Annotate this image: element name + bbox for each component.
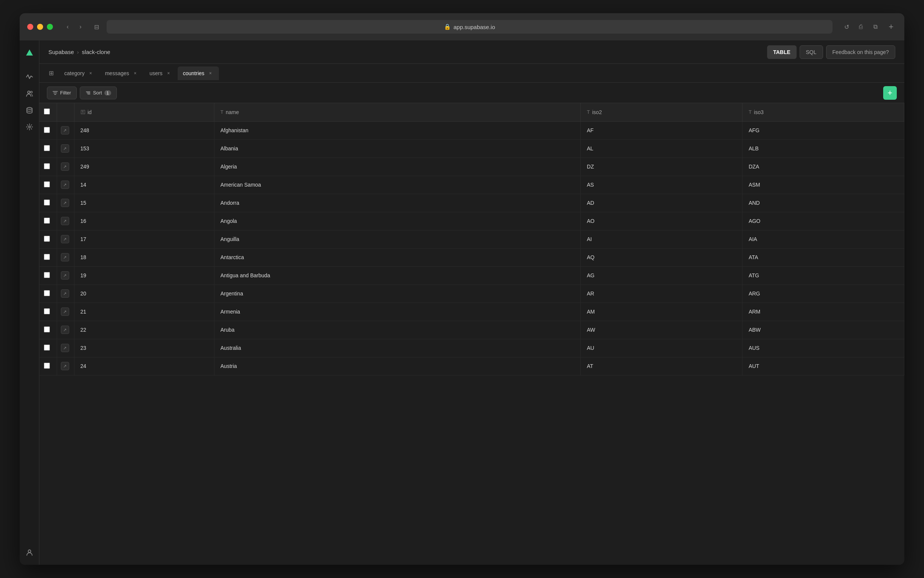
tab-category-close[interactable]: × bbox=[88, 70, 94, 76]
traffic-lights bbox=[27, 24, 53, 30]
row-checkbox-10[interactable] bbox=[44, 308, 50, 314]
tab-countries[interactable]: countries × bbox=[178, 67, 219, 80]
tab-panel-toggle-button[interactable]: ⊞ bbox=[46, 68, 57, 79]
row-checkbox-0[interactable] bbox=[44, 127, 50, 133]
table-row: ↗ 23 Australia AU AUS bbox=[39, 339, 904, 357]
row-checkbox-5[interactable] bbox=[44, 218, 50, 224]
row-checkbox-3[interactable] bbox=[44, 181, 50, 187]
row-name-cell-1: Albania bbox=[215, 140, 581, 157]
tab-messages-close[interactable]: × bbox=[132, 70, 138, 76]
sidebar-toggle-button[interactable]: ⊟ bbox=[91, 21, 102, 32]
row-checkbox-8[interactable] bbox=[44, 272, 50, 278]
header-iso2-col[interactable]: T iso2 bbox=[581, 103, 742, 121]
new-window-button[interactable]: ⧉ bbox=[870, 21, 881, 32]
tab-users-close[interactable]: × bbox=[166, 70, 172, 76]
row-iso3-cell-8: ATG bbox=[742, 266, 904, 284]
row-id-cell-2: 249 bbox=[74, 157, 215, 176]
sql-button[interactable]: SQL bbox=[800, 45, 823, 59]
row-expand-button-13[interactable]: ↗ bbox=[61, 362, 69, 370]
row-expand-button-12[interactable]: ↗ bbox=[61, 344, 69, 352]
app-header: Supabase › slack-clone TABLE SQL Feedbac… bbox=[39, 41, 904, 64]
header-checkbox-col bbox=[39, 103, 57, 121]
row-name-cell-13: Austria bbox=[215, 357, 581, 375]
activity-icon[interactable] bbox=[22, 70, 37, 84]
row-expand-button-11[interactable]: ↗ bbox=[61, 326, 69, 334]
account-icon[interactable] bbox=[22, 545, 37, 560]
database-icon[interactable] bbox=[22, 103, 37, 117]
close-button[interactable] bbox=[27, 24, 33, 30]
row-expand-button-5[interactable]: ↗ bbox=[61, 217, 69, 225]
table-row: ↗ 16 Angola AO AGO bbox=[39, 212, 904, 230]
row-name-cell-9: Argentina bbox=[215, 284, 581, 303]
select-all-checkbox[interactable] bbox=[44, 109, 50, 114]
svg-point-1 bbox=[28, 91, 30, 93]
new-tab-button[interactable]: + bbox=[885, 21, 897, 32]
table-view-button[interactable]: TABLE bbox=[767, 45, 797, 59]
tab-category[interactable]: category × bbox=[59, 67, 99, 80]
breadcrumb-repo: slack-clone bbox=[82, 49, 111, 55]
url-bar-actions: ↺ ⎙ ⧉ bbox=[841, 21, 881, 32]
forward-button[interactable]: › bbox=[75, 21, 86, 32]
url-bar: 🔒 app.supabase.io bbox=[107, 20, 833, 34]
row-name-cell-0: Afghanistan bbox=[215, 121, 581, 140]
row-checkbox-4[interactable] bbox=[44, 200, 50, 206]
row-checkbox-9[interactable] bbox=[44, 290, 50, 296]
row-expand-button-0[interactable]: ↗ bbox=[61, 126, 69, 135]
sort-button[interactable]: Sort 1 bbox=[80, 86, 117, 99]
table-container[interactable]: ⚿ id T name bbox=[39, 103, 904, 565]
sort-count-badge: 1 bbox=[104, 90, 111, 96]
row-expand-button-7[interactable]: ↗ bbox=[61, 253, 69, 261]
row-checkbox-7[interactable] bbox=[44, 254, 50, 260]
maximize-button[interactable] bbox=[47, 24, 53, 30]
row-checkbox-1[interactable] bbox=[44, 145, 50, 151]
row-expand-button-10[interactable]: ↗ bbox=[61, 307, 69, 316]
row-iso2-cell-10: AM bbox=[581, 303, 742, 321]
table-row: ↗ 19 Antigua and Barbuda AG ATG bbox=[39, 266, 904, 284]
row-expand-button-9[interactable]: ↗ bbox=[61, 289, 69, 298]
row-expand-button-1[interactable]: ↗ bbox=[61, 144, 69, 153]
row-checkbox-cell bbox=[39, 121, 57, 140]
filter-button[interactable]: Filter bbox=[47, 86, 77, 99]
header-iso3-col[interactable]: T iso3 bbox=[742, 103, 904, 121]
row-name-cell-2: Algeria bbox=[215, 157, 581, 176]
row-expand-cell: ↗ bbox=[57, 212, 74, 230]
tabs-bar: ⊞ category × messages × users × countrie… bbox=[39, 64, 904, 83]
row-expand-button-8[interactable]: ↗ bbox=[61, 271, 69, 279]
row-expand-button-2[interactable]: ↗ bbox=[61, 162, 69, 171]
share-button[interactable]: ⎙ bbox=[855, 21, 867, 32]
back-button[interactable]: ‹ bbox=[62, 21, 73, 32]
row-expand-cell: ↗ bbox=[57, 248, 74, 266]
users-icon[interactable] bbox=[22, 86, 37, 101]
table-header-row: ⚿ id T name bbox=[39, 103, 904, 121]
row-iso2-cell-2: DZ bbox=[581, 157, 742, 176]
row-expand-button-4[interactable]: ↗ bbox=[61, 199, 69, 207]
minimize-button[interactable] bbox=[37, 24, 43, 30]
row-checkbox-2[interactable] bbox=[44, 163, 50, 169]
settings-icon[interactable] bbox=[22, 120, 37, 134]
row-iso3-cell-7: ATA bbox=[742, 248, 904, 266]
table-row: ↗ 15 Andorra AD AND bbox=[39, 194, 904, 212]
reload-button[interactable]: ↺ bbox=[841, 21, 852, 32]
tab-users[interactable]: users × bbox=[145, 67, 177, 80]
tab-users-label: users bbox=[150, 70, 163, 76]
tab-countries-close[interactable]: × bbox=[208, 70, 214, 76]
row-checkbox-6[interactable] bbox=[44, 236, 50, 242]
iso2-type-icon: T bbox=[587, 109, 590, 115]
row-name-cell-6: Anguilla bbox=[215, 230, 581, 248]
row-expand-button-3[interactable]: ↗ bbox=[61, 180, 69, 189]
sort-icon bbox=[85, 90, 91, 96]
toolbar: Filter Sort 1 + bbox=[39, 83, 904, 103]
feedback-button[interactable]: Feedback on this page? bbox=[826, 45, 895, 59]
row-iso3-cell-11: ABW bbox=[742, 321, 904, 339]
header-id-col[interactable]: ⚿ id bbox=[74, 103, 215, 121]
row-checkbox-12[interactable] bbox=[44, 344, 50, 351]
tab-messages[interactable]: messages × bbox=[100, 67, 144, 80]
row-iso3-cell-4: AND bbox=[742, 194, 904, 212]
row-checkbox-11[interactable] bbox=[44, 326, 50, 333]
row-id-cell-10: 21 bbox=[74, 303, 215, 321]
add-row-button[interactable]: + bbox=[883, 86, 897, 100]
header-name-col[interactable]: T name bbox=[215, 103, 581, 121]
id-type-icon: ⚿ bbox=[81, 109, 85, 115]
row-checkbox-13[interactable] bbox=[44, 363, 50, 369]
row-expand-button-6[interactable]: ↗ bbox=[61, 235, 69, 243]
